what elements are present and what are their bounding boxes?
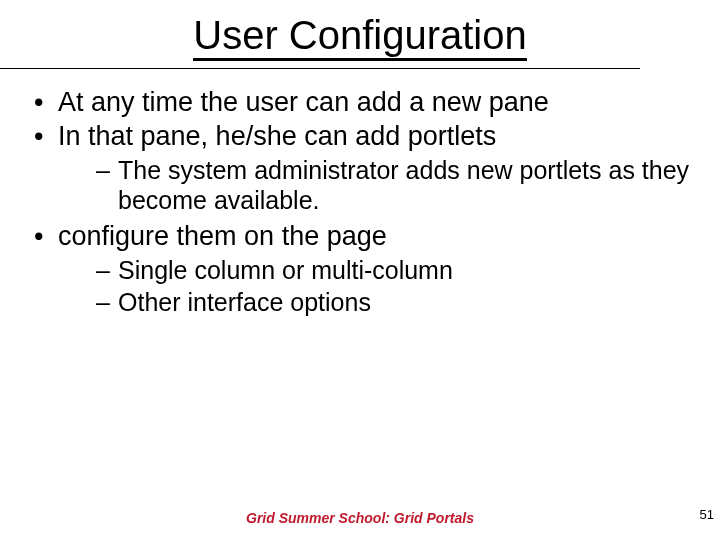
bullet-item: configure them on the page Single column…: [30, 221, 700, 317]
bullet-list: At any time the user can add a new pane …: [30, 87, 700, 317]
bullet-text: In that pane, he/she can add portlets: [58, 121, 496, 151]
sub-item: The system administrator adds new portle…: [96, 155, 700, 215]
sub-list: Single column or multi-column Other inte…: [96, 255, 700, 317]
sub-item: Other interface options: [96, 287, 700, 317]
bullet-item: In that pane, he/she can add portlets Th…: [30, 121, 700, 215]
title-wrap: User Configuration: [20, 14, 700, 61]
title-underline-thin: [0, 68, 640, 69]
bullet-item: At any time the user can add a new pane: [30, 87, 700, 119]
slide-body: At any time the user can add a new pane …: [20, 87, 700, 317]
sub-text: The system administrator adds new portle…: [118, 156, 689, 214]
bullet-text: At any time the user can add a new pane: [58, 87, 549, 117]
sub-text: Single column or multi-column: [118, 256, 453, 284]
sub-list: The system administrator adds new portle…: [96, 155, 700, 215]
page-number: 51: [700, 507, 714, 522]
slide-title: User Configuration: [193, 14, 527, 61]
slide: User Configuration At any time the user …: [0, 0, 720, 540]
sub-text: Other interface options: [118, 288, 371, 316]
slide-footer: Grid Summer School: Grid Portals: [0, 510, 720, 526]
bullet-text: configure them on the page: [58, 221, 387, 251]
sub-item: Single column or multi-column: [96, 255, 700, 285]
